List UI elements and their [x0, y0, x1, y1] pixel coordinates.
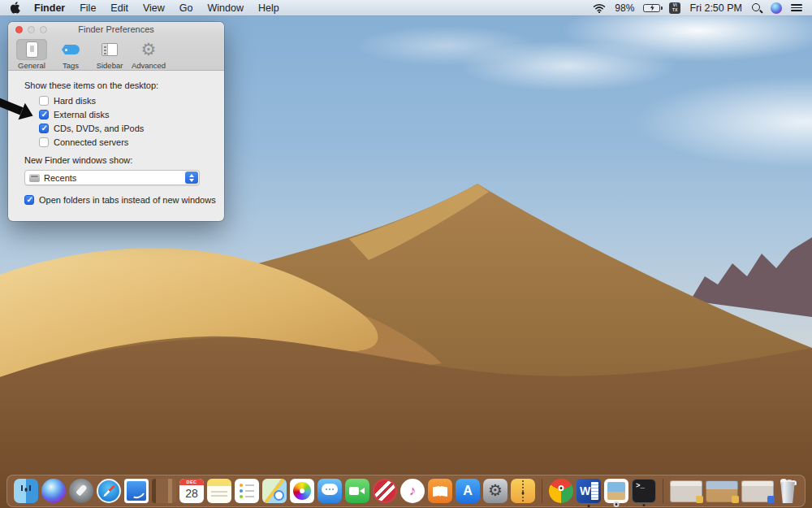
connected-servers-label: Connected servers — [54, 137, 128, 147]
dock-minimized-window-1[interactable] — [670, 480, 702, 502]
menu-bar: Finder File Edit View Go Window Help 98%… — [0, 0, 812, 15]
preferences-toolbar: General Tags Sidebar ⚙ Advanced — [8, 37, 224, 71]
tab-tags-label: Tags — [63, 61, 79, 70]
minimized-badge-icon — [767, 496, 775, 503]
itunes-note-glyph: ♪ — [409, 483, 417, 498]
tab-advanced[interactable]: ⚙ Advanced — [132, 39, 166, 70]
spotlight-search-icon[interactable] — [751, 2, 762, 13]
dock-contacts-icon[interactable] — [152, 479, 176, 503]
dock-safari-icon[interactable] — [97, 479, 121, 503]
new-windows-label: New Finder windows show: — [24, 155, 216, 165]
dropdown-stepper[interactable] — [185, 172, 198, 184]
traffic-lights — [15, 26, 47, 33]
checkbox-row-hard-disks: Hard disks — [39, 96, 216, 106]
gear-icon: ⚙ — [133, 39, 164, 60]
battery-percent: 98% — [615, 2, 634, 14]
menubar-clock[interactable]: Fri 2:50 PM — [689, 2, 742, 14]
word-w-glyph: W — [580, 484, 590, 497]
desktop: Finder File Edit View Go Window Help 98%… — [0, 0, 812, 508]
menu-view[interactable]: View — [143, 2, 165, 14]
checkbox-row-external-disks: External disks — [39, 110, 216, 119]
dock-calendar-icon[interactable]: DEC 28 — [179, 479, 204, 503]
checkbox-row-cds-dvds: CDs, DVDs, and iPods — [39, 124, 216, 133]
dock-minimized-window-3[interactable] — [741, 480, 774, 502]
dock-reminders-icon[interactable] — [235, 479, 259, 503]
dock-photos-icon[interactable] — [290, 479, 314, 503]
dock-mail-icon[interactable] — [124, 479, 149, 503]
sidebar-icon — [94, 39, 125, 60]
checkbox-row-connected-servers: Connected servers — [39, 137, 216, 147]
zoom-button[interactable] — [40, 26, 47, 33]
menu-go[interactable]: Go — [179, 2, 193, 14]
minimized-badge-icon — [696, 496, 703, 503]
external-disks-label: External disks — [54, 110, 109, 119]
trash-can — [779, 482, 797, 503]
tab-sidebar-label: Sidebar — [97, 61, 123, 70]
dock-itunes-icon[interactable]: ♪ — [400, 479, 425, 503]
menubar-status-area: 98% VITX Fri 2:50 PM — [593, 2, 802, 14]
dock-chrome-icon[interactable] — [549, 479, 573, 503]
dock-minimized-window-2[interactable] — [706, 480, 738, 502]
window-titlebar[interactable]: Finder Preferences — [8, 22, 224, 37]
calendar-month: DEC — [179, 479, 204, 485]
arrow-shaft — [0, 98, 24, 115]
general-icon — [16, 39, 47, 60]
charging-bolt-icon — [649, 5, 655, 11]
dock-dota-icon[interactable] — [373, 479, 397, 503]
menu-finder[interactable]: Finder — [34, 2, 65, 14]
dock: DEC 28 ♪ A ⚙ W >_ — [6, 475, 806, 507]
dock-messages-icon[interactable] — [317, 479, 342, 503]
dock-unarchiver-icon[interactable] — [511, 479, 535, 503]
open-in-tabs-checkbox[interactable] — [24, 195, 34, 205]
open-in-tabs-label: Open folders in tabs instead of new wind… — [39, 195, 216, 205]
dock-facetime-icon[interactable] — [345, 479, 369, 503]
minimized-badge-icon — [732, 496, 739, 503]
tab-tags[interactable]: Tags — [54, 39, 88, 70]
cds-dvds-checkbox[interactable] — [39, 124, 49, 133]
dock-books-icon[interactable] — [428, 479, 452, 503]
menu-help[interactable]: Help — [258, 2, 279, 14]
battery-charging-icon[interactable] — [643, 4, 660, 12]
hard-disks-label: Hard disks — [54, 96, 96, 106]
dock-appstore-icon[interactable]: A — [456, 479, 480, 503]
wifi-icon[interactable] — [593, 3, 606, 13]
finder-preferences-window: Finder Preferences General Tags Sidebar … — [8, 22, 224, 221]
vitx-line2: TX — [669, 8, 680, 13]
dock-trash-icon[interactable] — [777, 479, 798, 503]
hard-disks-checkbox[interactable] — [39, 96, 49, 106]
apple-menu-icon[interactable] — [10, 2, 20, 14]
dock-system-preferences-icon[interactable]: ⚙ — [483, 479, 508, 503]
dock-preview-icon[interactable] — [604, 479, 628, 503]
menu-window[interactable]: Window — [207, 2, 243, 14]
tab-advanced-label: Advanced — [132, 61, 166, 70]
menu-file[interactable]: File — [80, 2, 96, 14]
dock-divider — [542, 479, 542, 503]
cds-dvds-label: CDs, DVDs, and iPods — [54, 124, 144, 133]
calendar-day: 28 — [179, 485, 204, 501]
siri-icon[interactable] — [771, 2, 782, 14]
checkbox-row-open-in-tabs: Open folders in tabs instead of new wind… — [24, 195, 216, 205]
sysprefs-gear-glyph: ⚙ — [488, 481, 503, 499]
dock-divider — [663, 479, 663, 503]
dock-siri-icon[interactable] — [41, 479, 66, 503]
new-windows-dropdown[interactable]: Recents — [24, 170, 200, 185]
connected-servers-checkbox[interactable] — [39, 137, 49, 147]
appstore-a-glyph: A — [463, 484, 473, 497]
tab-general[interactable]: General — [15, 39, 49, 70]
notification-center-icon[interactable] — [791, 3, 802, 12]
dock-terminal-icon[interactable]: >_ — [632, 479, 656, 503]
dropdown-value: Recents — [44, 173, 76, 183]
tab-sidebar[interactable]: Sidebar — [93, 39, 127, 70]
minimize-button[interactable] — [28, 26, 35, 33]
desktop-items-label: Show these items on the desktop: — [24, 80, 216, 90]
preferences-content: Show these items on the desktop: Hard di… — [8, 71, 224, 205]
dock-word-icon[interactable]: W — [577, 479, 601, 503]
dock-notes-icon[interactable] — [207, 479, 231, 503]
vitx-menubar-icon[interactable]: VITX — [669, 2, 680, 14]
dock-maps-icon[interactable] — [262, 479, 287, 503]
terminal-prompt-glyph: >_ — [636, 482, 645, 490]
menu-edit[interactable]: Edit — [110, 2, 128, 14]
dock-finder-icon[interactable] — [14, 479, 38, 503]
close-button[interactable] — [15, 26, 23, 33]
dock-launchpad-icon[interactable] — [69, 479, 93, 503]
